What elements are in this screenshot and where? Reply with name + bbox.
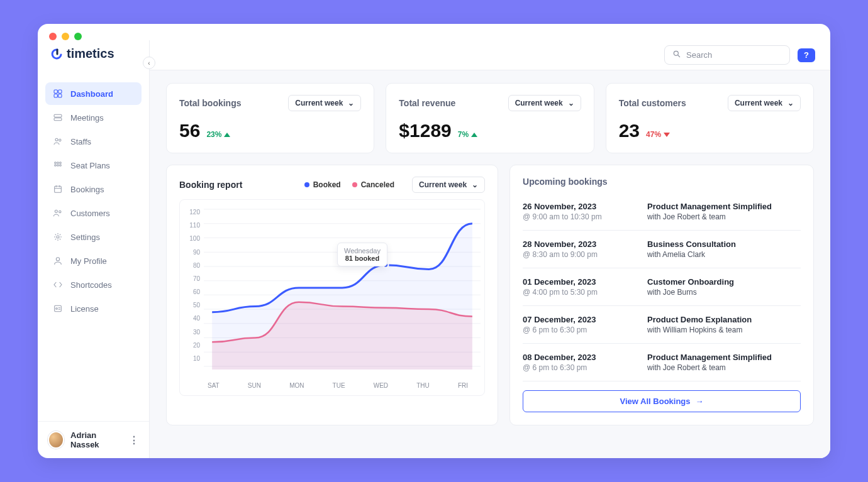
user-name: Adrian Nassek	[70, 430, 123, 449]
booking-date: 28 November, 2023@ 8:30 am to 9:00 pm	[523, 239, 630, 259]
sidebar-item-settings[interactable]: Settings	[45, 226, 142, 248]
svg-rect-14	[55, 186, 62, 192]
trend-up-icon	[471, 133, 477, 137]
sidebar-item-label: Bookings	[70, 185, 104, 194]
customers-icon	[53, 208, 63, 218]
bookings-icon	[53, 184, 63, 194]
search-icon	[672, 50, 681, 60]
sidebar-item-customers[interactable]: Customers	[45, 202, 142, 224]
sidebar-item-label: Staffs	[70, 137, 91, 146]
stat-title: Total revenue	[399, 98, 455, 108]
period-select[interactable]: Current week ⌄	[412, 177, 485, 193]
svg-rect-2	[54, 94, 57, 97]
sidebar-item-label: Seat Plans	[70, 161, 110, 170]
sidebar-item-bookings[interactable]: Bookings	[45, 178, 142, 200]
svg-rect-4	[54, 114, 62, 117]
sidebar-item-license[interactable]: License	[45, 297, 142, 320]
booking-date: 07 December, 2023@ 6 pm to 6:30 pm	[523, 315, 630, 334]
search-input[interactable]: Search	[664, 45, 790, 65]
booking-info: Product Demo Explanationwith William Hop…	[647, 315, 752, 334]
sidebar-item-staffs[interactable]: Staffs	[45, 130, 142, 153]
stat-delta: 47%	[646, 130, 670, 139]
svg-point-16	[59, 211, 61, 212]
stat-value: 56	[179, 120, 200, 141]
sidebar-item-meetings[interactable]: Meetings	[45, 106, 142, 129]
arrow-right-icon: →	[696, 397, 704, 406]
chevron-down-icon: ⌄	[568, 99, 574, 107]
sidebar-item-shortcodes[interactable]: Shortcodes	[45, 273, 142, 296]
legend-canceled: Canceled	[352, 180, 394, 189]
upcoming-title: Upcoming bookings	[523, 177, 801, 187]
close-icon[interactable]	[49, 33, 57, 40]
period-select[interactable]: Current week ⌄	[508, 95, 581, 111]
user-block[interactable]: Adrian Nassek ⋮	[38, 421, 149, 458]
chart-xaxis: SATSUNMONTUEWEDTHUFRI	[184, 377, 481, 392]
chevron-down-icon: ⌄	[472, 180, 478, 189]
stat-delta: 23%	[206, 130, 230, 139]
help-button[interactable]: ?	[798, 48, 815, 62]
chart-legend: Booked Canceled	[304, 180, 394, 189]
svg-point-34	[383, 263, 389, 268]
license-icon	[53, 304, 63, 314]
view-all-bookings-button[interactable]: View All Bookings →	[523, 390, 801, 412]
minimize-icon[interactable]	[62, 33, 69, 40]
content: Total bookings Current week ⌄ 56 23%	[150, 70, 830, 458]
window-controls	[38, 24, 830, 40]
booking-row[interactable]: 01 December, 2023@ 4:00 pm to 5:30 pmCus…	[523, 268, 801, 306]
svg-point-12	[57, 165, 59, 167]
sidebar-nav: DashboardMeetingsStaffsSeat PlansBooking…	[38, 74, 149, 421]
settings-icon	[53, 232, 63, 242]
trend-down-icon	[664, 133, 670, 137]
booking-row[interactable]: 08 December, 2023@ 6 pm to 6:30 pmProduc…	[523, 344, 801, 381]
svg-point-7	[59, 139, 61, 141]
svg-point-13	[60, 165, 62, 167]
sidebar-item-label: My Profile	[70, 256, 107, 266]
sidebar-item-label: Customers	[70, 209, 110, 218]
chevron-down-icon: ⌄	[787, 99, 794, 107]
booking-report-card: Booking report Booked Canceled Current w…	[166, 165, 498, 425]
sidebar-item-seat-plans[interactable]: Seat Plans	[45, 154, 142, 177]
more-icon[interactable]: ⋮	[129, 434, 139, 446]
avatar	[48, 431, 64, 449]
stat-card-revenue: Total revenue Current week ⌄ $1289 7%	[386, 83, 594, 153]
svg-point-17	[57, 236, 59, 238]
sidebar-item-label: Dashboard	[70, 89, 113, 99]
chevron-left-icon: ‹	[148, 60, 150, 67]
shortcodes-icon	[53, 280, 63, 290]
logo-icon	[50, 48, 63, 60]
sidebar-item-label: Shortcodes	[70, 280, 112, 290]
upcoming-bookings-card: Upcoming bookings 26 November, 2023@ 9:0…	[509, 165, 814, 425]
stat-card-customers: Total customers Current week ⌄ 23 47%	[606, 83, 814, 153]
booking-date: 01 December, 2023@ 4:00 pm to 5:30 pm	[523, 277, 630, 297]
meetings-icon	[53, 112, 63, 123]
svg-point-20	[56, 308, 58, 310]
stat-card-bookings: Total bookings Current week ⌄ 56 23%	[166, 83, 374, 153]
sidebar-item-label: License	[70, 304, 99, 314]
upcoming-bookings-list: 26 November, 2023@ 9:00 am to 10:30 pmPr…	[523, 193, 801, 381]
sidebar-item-my-profile[interactable]: My Profile	[45, 249, 142, 272]
sidebar-item-label: Settings	[70, 233, 100, 242]
period-select[interactable]: Current week ⌄	[728, 95, 801, 111]
topbar: Search ?	[150, 40, 830, 70]
sidebar-item-dashboard[interactable]: Dashboard	[45, 82, 142, 105]
dashboard-icon	[53, 89, 63, 99]
booking-row[interactable]: 07 December, 2023@ 6 pm to 6:30 pmProduc…	[523, 306, 801, 344]
booking-info: Customer Onboardingwith Joe Burns	[647, 277, 734, 297]
svg-point-9	[57, 162, 59, 164]
period-select[interactable]: Current week ⌄	[288, 95, 361, 111]
help-icon: ?	[804, 50, 809, 60]
booking-date: 26 November, 2023@ 9:00 am to 10:30 pm	[523, 202, 630, 221]
stats-row: Total bookings Current week ⌄ 56 23%	[166, 83, 814, 153]
booking-chart: 120110100908070605040302010 Wednesday 81…	[179, 199, 485, 396]
booking-row[interactable]: 28 November, 2023@ 8:30 am to 9:00 pmBus…	[523, 231, 801, 268]
booking-info: Business Consultationwith Amelia Clark	[647, 239, 736, 259]
svg-point-10	[60, 162, 62, 164]
collapse-sidebar-button[interactable]: ‹	[143, 57, 155, 69]
seat-plans-icon	[53, 160, 63, 170]
chart-plot	[204, 206, 481, 370]
brand-logo[interactable]: timetics	[38, 47, 149, 74]
maximize-icon[interactable]	[74, 33, 82, 40]
booking-row[interactable]: 26 November, 2023@ 9:00 am to 10:30 pmPr…	[523, 193, 801, 231]
svg-point-6	[55, 138, 58, 141]
profile-icon	[53, 256, 63, 266]
